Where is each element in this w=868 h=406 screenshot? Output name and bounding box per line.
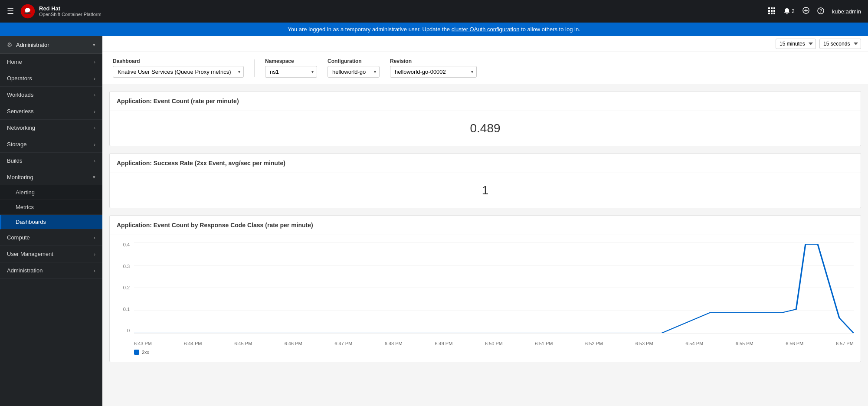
banner-text-after: to allow others to log in. — [521, 26, 580, 33]
success-rate-title: Application: Success Rate (2xx Event, av… — [110, 154, 861, 173]
configuration-filter-group: Configuration helloworld-go ▾ — [328, 58, 380, 78]
x-label-4: 6:47 PM — [334, 341, 352, 346]
chevron-down-icon: ▾ — [93, 174, 95, 180]
namespace-filter-label: Namespace — [265, 58, 317, 64]
notifications-icon[interactable]: 2 — [783, 8, 795, 15]
brand-name: Red Hat — [39, 5, 102, 12]
svg-rect-2 — [771, 7, 773, 9]
sidebar: ⚙ Administrator ▾ Home › Operators › Wor… — [0, 36, 102, 406]
chevron-right-icon: › — [94, 109, 95, 114]
y-label-02: 0.2 — [123, 285, 130, 290]
dashboard-filter-label: Dashboard — [113, 58, 244, 64]
sidebar-item-storage[interactable]: Storage › — [0, 136, 102, 153]
sidebar-item-monitoring[interactable]: Monitoring ▾ — [0, 169, 102, 185]
brand-text: Red Hat OpenShift Container Platform — [39, 5, 102, 18]
sidebar-networking-label: Networking — [7, 124, 35, 131]
dashboard-filter-group: Dashboard Knative User Services (Queue P… — [113, 58, 244, 78]
legend-dot-2xx — [134, 350, 139, 355]
chevron-right-icon: › — [94, 125, 95, 131]
chart-body: 0.4 0.3 0.2 0.1 0 — [110, 235, 861, 362]
sidebar-item-serverless[interactable]: Serverless › — [0, 103, 102, 120]
hamburger-menu-button[interactable]: ☰ — [7, 7, 14, 16]
svg-rect-9 — [773, 13, 775, 14]
chevron-right-icon: › — [94, 158, 95, 164]
sidebar-subitem-dashboards[interactable]: Dashboards — [0, 215, 102, 229]
revision-filter-label: Revision — [390, 58, 477, 64]
sidebar-item-networking[interactable]: Networking › — [0, 120, 102, 136]
chevron-right-icon: › — [94, 92, 95, 98]
success-rate-section: Application: Success Rate (2xx Event, av… — [109, 153, 861, 208]
sidebar-item-builds[interactable]: Builds › — [0, 153, 102, 169]
revision-select-wrap: helloworld-go-00002 ▾ — [390, 66, 477, 78]
svg-rect-6 — [773, 10, 775, 12]
svg-rect-8 — [771, 13, 773, 14]
legend-label-2xx: 2xx — [142, 350, 149, 355]
brand-product: OpenShift Container Platform — [39, 12, 102, 17]
svg-rect-3 — [773, 7, 775, 9]
cog-icon: ⚙ — [7, 41, 13, 48]
x-label-10: 6:53 PM — [635, 341, 653, 346]
x-label-2: 6:45 PM — [234, 341, 252, 346]
revision-filter-group: Revision helloworld-go-00002 ▾ — [390, 58, 477, 78]
help-icon[interactable]: ? — [817, 7, 824, 16]
sidebar-workloads-label: Workloads — [7, 92, 33, 98]
y-label-03: 0.3 — [123, 264, 130, 269]
chart-legend: 2xx — [117, 350, 854, 355]
x-label-11: 6:54 PM — [685, 341, 703, 346]
sidebar-item-operators[interactable]: Operators › — [0, 70, 102, 87]
oauth-config-link[interactable]: cluster OAuth configuration — [452, 26, 520, 33]
refresh-interval-select[interactable]: 15 seconds — [819, 39, 861, 49]
event-count-value: 0.489 — [110, 111, 861, 146]
topnav-right-area: 2 ? kube:admin — [768, 7, 861, 16]
chevron-right-icon: › — [94, 268, 95, 273]
grid-icon[interactable] — [768, 7, 776, 16]
sidebar-subitem-metrics[interactable]: Metrics — [0, 200, 102, 215]
svg-rect-7 — [768, 13, 770, 14]
x-label-7: 6:50 PM — [485, 341, 503, 346]
x-label-5: 6:48 PM — [385, 341, 403, 346]
sidebar-item-compute[interactable]: Compute › — [0, 229, 102, 246]
sidebar-administration-label: Administration — [7, 267, 43, 274]
response-code-section: Application: Event Count by Response Cod… — [109, 215, 861, 362]
response-code-title: Application: Event Count by Response Cod… — [110, 216, 861, 235]
dashboard-select-wrap: Knative User Services (Queue Proxy metri… — [113, 66, 244, 78]
sidebar-item-user-management[interactable]: User Management › — [0, 246, 102, 262]
chart-canvas: 0.4 0.3 0.2 0.1 0 — [117, 242, 854, 346]
x-label-1: 6:44 PM — [184, 341, 202, 346]
time-range-select[interactable]: 15 minutes — [776, 39, 816, 49]
sidebar-operators-label: Operators — [7, 75, 32, 82]
sidebar-storage-label: Storage — [7, 141, 27, 147]
svg-rect-1 — [768, 7, 770, 9]
sidebar-administrator-toggle[interactable]: ⚙ Administrator ▾ — [0, 36, 102, 54]
x-label-8: 6:51 PM — [535, 341, 553, 346]
namespace-select-wrap: ns1 ▾ — [265, 66, 317, 78]
chevron-right-icon: › — [94, 252, 95, 257]
sidebar-usermgmt-label: User Management — [7, 251, 53, 257]
time-controls-bar: 15 minutes 15 seconds — [102, 36, 868, 52]
sidebar-item-workloads[interactable]: Workloads › — [0, 87, 102, 103]
chevron-right-icon: › — [94, 235, 95, 240]
notification-count: 2 — [792, 8, 795, 14]
chevron-right-icon: › — [94, 76, 95, 81]
user-menu-button[interactable]: kube:admin — [832, 8, 861, 15]
add-icon[interactable] — [802, 7, 809, 16]
y-label-0: 0 — [127, 328, 130, 333]
y-axis: 0.4 0.3 0.2 0.1 0 — [117, 242, 132, 333]
svg-rect-4 — [768, 10, 770, 12]
metrics-content-area: Application: Event Count (rate per minut… — [102, 91, 868, 362]
success-rate-value: 1 — [110, 173, 861, 208]
sidebar-role-label: Administrator — [16, 42, 49, 48]
configuration-select[interactable]: helloworld-go — [328, 66, 380, 78]
sidebar-item-administration[interactable]: Administration › — [0, 262, 102, 279]
y-label-01: 0.1 — [123, 307, 130, 312]
sidebar-item-home[interactable]: Home › — [0, 54, 102, 70]
logo-area: Red Hat OpenShift Container Platform — [20, 3, 768, 19]
redhat-logo-icon — [20, 3, 36, 19]
dashboard-select[interactable]: Knative User Services (Queue Proxy metri… — [113, 66, 244, 78]
chart-line-svg — [134, 242, 854, 333]
sidebar-subitem-alerting[interactable]: Alerting — [0, 185, 102, 200]
x-label-12: 6:55 PM — [736, 341, 753, 346]
x-label-6: 6:49 PM — [435, 341, 452, 346]
namespace-select[interactable]: ns1 — [265, 66, 317, 78]
revision-select[interactable]: helloworld-go-00002 — [390, 66, 477, 78]
